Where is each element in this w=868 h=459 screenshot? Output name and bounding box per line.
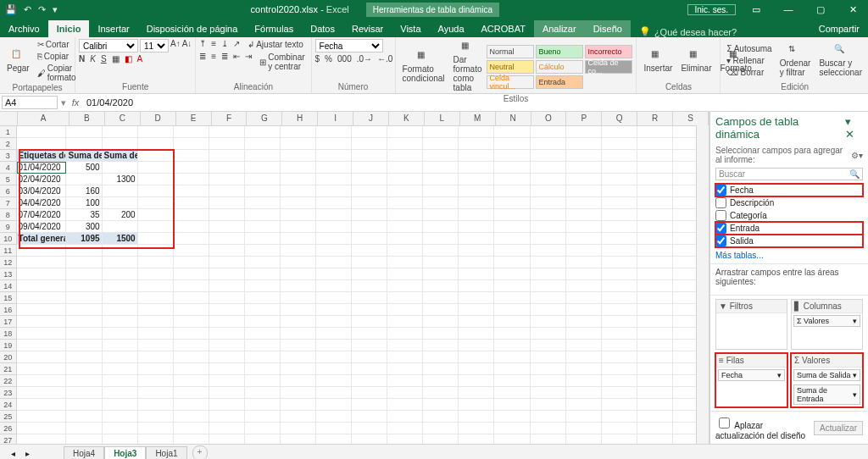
cell[interactable] (103, 387, 138, 399)
cell[interactable] (17, 245, 67, 257)
update-button[interactable]: Actualizar (814, 421, 863, 435)
cell[interactable] (566, 304, 602, 316)
area-rows[interactable]: ≡ Filas Fecha▾ (715, 353, 787, 407)
cell[interactable] (494, 387, 530, 399)
cell[interactable] (459, 221, 494, 233)
cell[interactable] (602, 209, 637, 221)
cell[interactable] (494, 316, 530, 328)
cell[interactable] (245, 257, 281, 268)
cell[interactable] (352, 423, 387, 434)
cell[interactable] (602, 363, 637, 375)
underline-icon[interactable]: S (101, 54, 107, 64)
cell[interactable] (174, 304, 209, 316)
cell[interactable] (138, 150, 174, 162)
cell[interactable] (138, 434, 174, 444)
cell[interactable] (566, 292, 602, 304)
cell[interactable] (316, 423, 352, 434)
cell[interactable]: 03/04/2020 (17, 185, 67, 197)
cell[interactable] (316, 280, 352, 292)
cell[interactable] (316, 197, 352, 209)
cell[interactable]: 1500 (103, 233, 138, 245)
cell[interactable] (602, 328, 637, 340)
cell[interactable] (245, 209, 281, 221)
field-item[interactable]: Descripción (715, 196, 863, 209)
cell[interactable] (66, 257, 102, 268)
cell[interactable] (494, 304, 530, 316)
cell[interactable] (174, 363, 209, 375)
cell[interactable] (281, 209, 316, 221)
column-header[interactable]: A (18, 112, 69, 125)
merge-center-button[interactable]: ⊞ Combinar y centrar (257, 52, 307, 72)
cell[interactable] (459, 399, 494, 411)
cell[interactable] (602, 233, 637, 245)
tab-acrobat[interactable]: ACROBAT (473, 20, 534, 37)
cell[interactable]: 09/04/2020 (17, 221, 67, 233)
cell[interactable] (209, 328, 245, 340)
find-select-button[interactable]: 🔍Buscar y seleccionar (815, 42, 865, 79)
column-header[interactable]: N (496, 112, 531, 125)
cell[interactable] (66, 375, 102, 387)
cell[interactable] (566, 328, 602, 340)
cell[interactable] (387, 138, 423, 150)
cell[interactable] (387, 221, 423, 233)
cell[interactable] (459, 174, 494, 185)
cell[interactable] (602, 434, 637, 444)
cell[interactable] (174, 351, 209, 363)
cell[interactable] (138, 162, 174, 174)
cell[interactable] (494, 221, 530, 233)
cell[interactable] (637, 411, 673, 423)
cell[interactable] (494, 268, 530, 280)
row-header[interactable]: 9 (0, 221, 17, 233)
cell[interactable] (17, 351, 67, 363)
cell[interactable] (17, 280, 67, 292)
cell[interactable]: 300 (66, 221, 102, 233)
cell[interactable]: 02/04/2020 (17, 174, 67, 185)
cell[interactable] (174, 245, 209, 257)
row-header[interactable]: 7 (0, 197, 17, 209)
cell[interactable] (352, 434, 387, 444)
cell[interactable] (459, 316, 494, 328)
cell[interactable] (174, 126, 209, 138)
cell[interactable] (103, 292, 138, 304)
cell[interactable] (174, 174, 209, 185)
cell[interactable] (316, 257, 352, 268)
cell[interactable] (602, 423, 637, 434)
more-tables-link[interactable]: Más tablas... (710, 249, 868, 262)
cell[interactable] (387, 268, 423, 280)
cell[interactable] (459, 138, 494, 150)
cell[interactable] (602, 162, 637, 174)
pane-close-icon[interactable]: ✕ (845, 128, 854, 141)
defer-layout-checkbox[interactable]: Aplazar actualización del diseño (715, 415, 814, 440)
cell[interactable] (66, 434, 102, 444)
cell[interactable] (352, 292, 387, 304)
cell[interactable] (459, 257, 494, 268)
cell[interactable] (103, 316, 138, 328)
cell[interactable] (316, 174, 352, 185)
column-header[interactable]: M (460, 112, 496, 125)
sort-filter-button[interactable]: ⇅Ordenar y filtrar (776, 42, 815, 79)
cell[interactable] (316, 375, 352, 387)
cell[interactable] (316, 185, 352, 197)
cell[interactable] (637, 387, 673, 399)
cell[interactable] (316, 268, 352, 280)
cell[interactable] (423, 150, 459, 162)
cell[interactable] (459, 304, 494, 316)
cell[interactable] (459, 126, 494, 138)
cell[interactable] (138, 423, 174, 434)
cell[interactable] (245, 185, 281, 197)
cell[interactable] (174, 316, 209, 328)
cell[interactable] (531, 351, 566, 363)
cell[interactable] (459, 411, 494, 423)
cell[interactable] (245, 387, 281, 399)
cell[interactable] (494, 328, 530, 340)
cell[interactable] (138, 363, 174, 375)
cell[interactable] (637, 174, 673, 185)
cell[interactable] (17, 257, 67, 268)
cell[interactable] (316, 387, 352, 399)
cell[interactable] (387, 411, 423, 423)
cell[interactable] (637, 245, 673, 257)
cell[interactable] (138, 292, 174, 304)
cell[interactable] (352, 304, 387, 316)
cell[interactable] (209, 150, 245, 162)
cell[interactable] (494, 185, 530, 197)
